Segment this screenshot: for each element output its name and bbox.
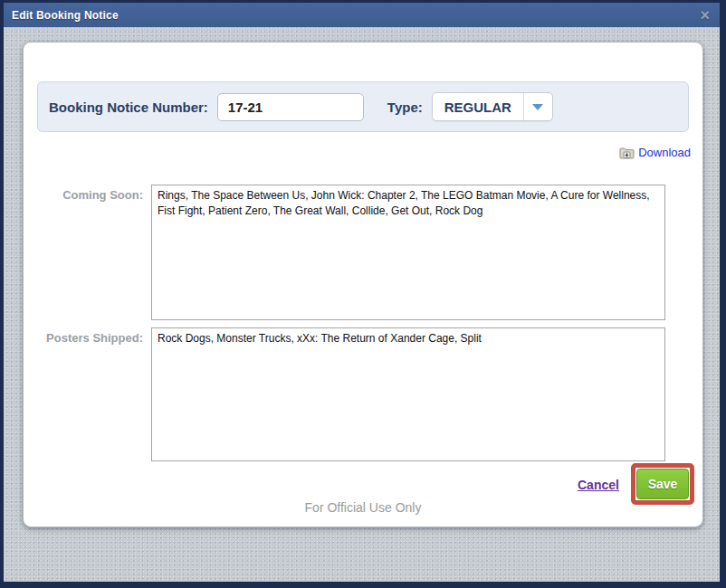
edit-booking-notice-modal: Booking Notice Number: Type: REGULAR [23,42,703,527]
type-label: Type: [387,100,423,115]
official-use-notice: For Official Use Only [24,500,702,515]
download-label: Download [638,146,691,159]
posters-shipped-label: Posters Shipped: [24,331,143,345]
posters-shipped-textarea[interactable]: Rock Dogs, Monster Trucks, xXx: The Retu… [151,327,665,461]
annotation-highlight: Save [631,463,694,505]
screenshot-frame: Edit Booking Notice × Booking Notice Num… [0,0,726,588]
download-link[interactable]: Download [619,146,691,159]
dialog-title: Edit Booking Notice [12,9,119,22]
booking-notice-number-label: Booking Notice Number: [49,100,208,115]
cancel-link[interactable]: Cancel [578,478,619,492]
booking-notice-number-input[interactable] [217,93,364,121]
page-background: Booking Notice Number: Type: REGULAR [4,27,720,582]
type-dropdown-value: REGULAR [433,100,523,115]
coming-soon-label: Coming Soon: [24,188,143,202]
dialog-titlebar: Edit Booking Notice × [4,3,720,27]
chevron-down-icon [524,104,552,110]
close-icon[interactable]: × [700,7,710,24]
coming-soon-textarea[interactable]: Rings, The Space Between Us, John Wick: … [151,185,665,320]
booking-header-panel: Booking Notice Number: Type: REGULAR [37,81,689,132]
download-folder-icon [619,146,635,159]
type-dropdown[interactable]: REGULAR [432,92,553,121]
save-button[interactable]: Save [636,469,689,499]
